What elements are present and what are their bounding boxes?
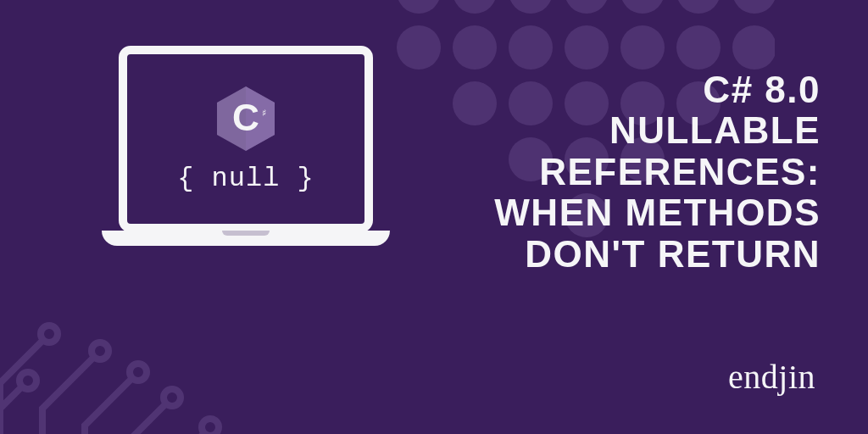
svg-point-10 [565, 25, 609, 70]
laptop-illustration: C ♯ { null } [102, 46, 390, 271]
svg-point-13 [732, 25, 775, 70]
csharp-icon: C ♯ [215, 85, 276, 153]
brand-logo-text: endjin [728, 357, 815, 397]
svg-point-25 [130, 364, 147, 381]
svg-point-23 [41, 326, 58, 342]
title-line-5: DON'T RETURN [431, 234, 821, 275]
title-line-4: WHEN METHODS [431, 192, 821, 233]
svg-point-2 [509, 0, 553, 14]
svg-point-26 [164, 389, 181, 406]
svg-text:♯: ♯ [262, 108, 266, 118]
svg-point-7 [397, 25, 441, 70]
svg-point-4 [620, 0, 665, 14]
svg-point-12 [676, 25, 721, 70]
svg-point-1 [453, 0, 497, 14]
svg-point-8 [453, 25, 497, 70]
svg-point-3 [565, 0, 609, 14]
svg-point-11 [620, 25, 665, 70]
laptop-base [102, 231, 390, 246]
title-line-2: NULLABLE [431, 110, 821, 151]
svg-point-27 [19, 372, 36, 389]
title-line-3: REFERENCES: [431, 152, 821, 192]
svg-point-5 [676, 0, 721, 14]
laptop-screen: C ♯ { null } [119, 46, 373, 232]
article-title: C# 8.0 NULLABLE REFERENCES: WHEN METHODS… [431, 70, 821, 275]
svg-point-28 [202, 419, 219, 434]
svg-point-9 [509, 25, 553, 70]
svg-point-0 [397, 0, 441, 14]
null-code-text: { null } [177, 163, 314, 194]
svg-point-24 [92, 342, 108, 359]
csharp-letter: C [232, 97, 259, 138]
title-line-1: C# 8.0 [431, 70, 821, 110]
svg-point-6 [732, 0, 775, 14]
